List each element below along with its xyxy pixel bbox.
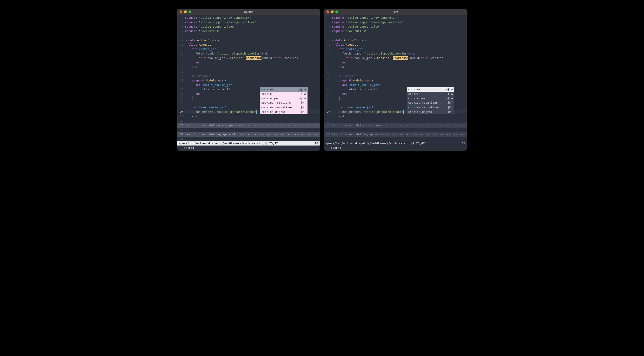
code-content[interactable]: require "rack/utils" <box>332 29 467 34</box>
code-line[interactable]: 13 self.cookie_jar = Cookies::CookieJar.… <box>177 56 320 60</box>
code-line[interactable]: 26 end <box>177 114 320 118</box>
code-content[interactable]: end <box>332 60 467 65</box>
code-content[interactable]: prepend Module.new { <box>332 78 467 83</box>
code-line[interactable]: 9module ActionDispatch <box>324 38 467 42</box>
code-content[interactable] <box>332 118 467 123</box>
fold-line[interactable]: 28+-- 3 lines: def cookie_jar=(jar)·····… <box>324 123 467 128</box>
completion-popup[interactable]: cookies[~] Acookie[~] Acookie_jar[~] Aco… <box>260 87 308 114</box>
minimize-icon[interactable] <box>184 10 187 13</box>
code-line[interactable]: 5require "active_support/message_verifie… <box>324 20 467 24</box>
code-line[interactable]: 27 <box>177 118 320 123</box>
completion-item[interactable]: cookies_digest[M] <box>407 110 454 114</box>
titlebar[interactable]: Default <box>177 9 320 15</box>
code-line[interactable]: 4require "active_support/key_generator" <box>324 16 467 20</box>
code-content[interactable]: end <box>185 114 320 118</box>
completion-item[interactable]: cookies[~] A <box>260 87 307 92</box>
fold-text[interactable]: +-- 3 lines: def key_generator··········… <box>332 132 467 136</box>
code-line[interactable]: 8 <box>324 34 467 38</box>
code-line[interactable]: 6require "active_support/json" <box>324 24 467 29</box>
completion-item[interactable]: cookies_rotations[M] <box>260 100 307 105</box>
maximize-icon[interactable] <box>335 10 338 13</box>
code-line[interactable]: 18 prepend Module.new { <box>324 78 467 83</box>
code-content[interactable]: require "active_support/json" <box>185 24 320 29</box>
code-content[interactable]: fetch_header("action_dispatch.cookies") … <box>185 52 320 56</box>
code-line[interactable]: 17 # :stopdoc: <box>324 74 467 78</box>
code-content[interactable]: module ActionDispatch <box>332 38 467 42</box>
code-content[interactable]: end <box>332 65 467 70</box>
titlebar[interactable]: Dim <box>324 9 467 15</box>
code-content[interactable]: class Request <box>332 42 467 47</box>
code-content[interactable]: class Request <box>185 42 320 47</box>
completion-item[interactable]: cookie[~] A <box>407 92 454 96</box>
code-content[interactable]: require "active_support/key_generator" <box>332 16 467 20</box>
code-line[interactable]: 16 <box>324 70 467 74</box>
code-line[interactable]: 15 end <box>324 65 467 70</box>
code-line[interactable]: 26 end <box>324 114 467 118</box>
fold-text[interactable]: +-- 3 lines: def key_generator··········… <box>185 132 320 136</box>
code-content[interactable]: require "active_support/json" <box>332 24 467 29</box>
code-line[interactable]: 12 fetch_header("action_dispatch.cookies… <box>324 52 467 56</box>
code-content[interactable]: # :stopdoc: <box>185 74 320 78</box>
code-content[interactable]: end <box>185 60 320 65</box>
code-line[interactable]: 19 def commit_cookie_jar! <box>324 83 467 87</box>
code-content[interactable]: # :stopdoc: <box>332 74 467 78</box>
code-content[interactable]: require "active_support/message_verifier… <box>185 20 320 24</box>
code-line[interactable]: 16 <box>177 70 320 74</box>
fold-text[interactable]: +-- 3 lines: def cookie_jar=(jar)·······… <box>185 123 320 128</box>
code-content[interactable]: end <box>185 65 320 70</box>
code-line[interactable]: 11 def cookie_jar <box>324 47 467 52</box>
code-line[interactable]: 7require "rack/utils" <box>177 29 320 34</box>
code-line[interactable]: 5require "active_support/message_verifie… <box>177 20 320 24</box>
code-content[interactable]: self.cookie_jar = Cookies::CookieJar.bui… <box>332 56 467 60</box>
code-content[interactable]: fetch_header("action_dispatch.cookies") … <box>332 52 467 56</box>
code-content[interactable]: require "rack/utils" <box>185 29 320 34</box>
code-content[interactable]: def commit_cookie_jar! <box>332 83 467 87</box>
maximize-icon[interactable] <box>188 10 191 13</box>
code-content[interactable] <box>185 118 320 123</box>
code-line[interactable]: 31 <box>324 128 467 132</box>
completion-item[interactable]: cookie[~] A <box>260 92 307 96</box>
code-line[interactable]: 12 fetch_header("action_dispatch.cookies… <box>177 52 320 56</box>
code-content[interactable]: end <box>332 114 467 118</box>
fold-line[interactable]: 28+-- 3 lines: def cookie_jar=(jar)·····… <box>177 123 320 128</box>
code-line[interactable]: 31 <box>177 128 320 132</box>
completion-popup[interactable]: cookies[~] Acookie[~] Acookie_jar[~] Aco… <box>406 87 454 114</box>
completion-item[interactable]: cookie_jar[~] A <box>260 96 307 100</box>
completion-item[interactable]: cookies[~] A <box>407 87 454 92</box>
code-content[interactable] <box>185 70 320 74</box>
completion-item[interactable]: cookies_serializer[M] <box>407 105 454 110</box>
code-content[interactable]: require "active_support/key_generator" <box>185 16 320 20</box>
code-content[interactable]: def commit_cookie_jar! <box>185 83 320 87</box>
fold-line[interactable]: 32+-- 3 lines: def key_generator········… <box>324 132 467 136</box>
code-content[interactable] <box>185 34 320 38</box>
fold-line[interactable]: 32+-- 3 lines: def key_generator········… <box>177 132 320 136</box>
code-line[interactable]: 7require "rack/utils" <box>324 29 467 34</box>
code-line[interactable]: 10 class Request <box>324 42 467 47</box>
editor-pane[interactable]: 4require "active_support/key_generator"5… <box>177 15 320 141</box>
completion-item[interactable]: cookie_jar[~] A <box>407 96 454 100</box>
code-line[interactable]: 18 prepend Module.new { <box>177 78 320 83</box>
code-line[interactable]: 27 <box>324 118 467 123</box>
code-line[interactable]: 14 end <box>177 60 320 65</box>
code-content[interactable]: self.cookie_jar = Cookies::CookieJar.bui… <box>185 56 320 60</box>
code-line[interactable]: 13 self.cookie_jar = Cookies::CookieJar.… <box>324 56 467 60</box>
close-icon[interactable] <box>326 10 329 13</box>
completion-item[interactable]: cookies_rotations[M] <box>407 100 454 105</box>
minimize-icon[interactable] <box>331 10 334 13</box>
code-line[interactable]: 19 def commit_cookie_jar! <box>177 83 320 87</box>
code-content[interactable]: def cookie_jar <box>185 47 320 52</box>
code-line[interactable]: 6require "active_support/json" <box>177 24 320 29</box>
completion-item[interactable]: cookies_digest[M] <box>260 110 307 114</box>
code-line[interactable]: 10 class Request <box>177 42 320 47</box>
code-content[interactable]: def cookie_jar <box>332 47 467 52</box>
code-line[interactable]: 35 <box>177 136 320 141</box>
editor-pane[interactable]: 4require "active_support/key_generator"5… <box>324 15 467 141</box>
code-line[interactable]: 14 end <box>324 60 467 65</box>
code-line[interactable]: 15 end <box>177 65 320 70</box>
code-content[interactable] <box>332 34 467 38</box>
code-line[interactable]: 11 def cookie_jar <box>177 47 320 52</box>
code-line[interactable]: 4require "active_support/key_generator" <box>177 16 320 20</box>
code-content[interactable]: require "active_support/message_verifier… <box>332 20 467 24</box>
code-content[interactable] <box>332 70 467 74</box>
code-line[interactable]: 8 <box>177 34 320 38</box>
